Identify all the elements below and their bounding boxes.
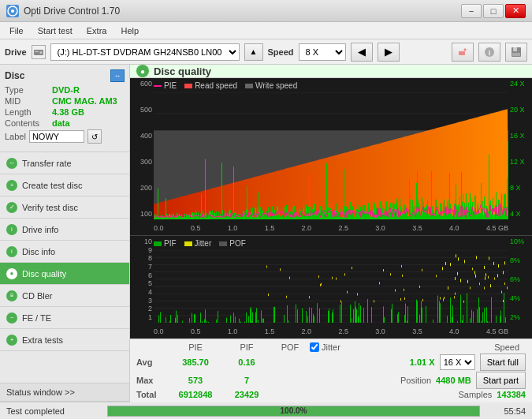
- legend-pif-color: [154, 241, 162, 246]
- chart-top-canvas-wrapper: [154, 92, 508, 219]
- stats-area: PIE PIF POF Jitter Speed Avg 385.70 0.16…: [130, 339, 532, 402]
- sidebar-item-drive-info[interactable]: i Drive info: [0, 219, 129, 241]
- maximize-button[interactable]: □: [483, 4, 504, 18]
- sidebar-item-verify-test-disc[interactable]: ✓ Verify test disc: [0, 196, 129, 219]
- avg-right: 1.01 X 16 X8 X4 X Start full: [410, 354, 526, 371]
- legend-jitter: Jitter: [184, 239, 212, 248]
- total-pie: 6912848: [168, 390, 223, 399]
- disc-length-row: Length 4.38 GB: [5, 107, 125, 117]
- legend-pie: PIE: [154, 81, 177, 90]
- svg-point-1: [11, 9, 14, 13]
- sidebar-item-transfer-rate[interactable]: ↔ Transfer rate: [0, 152, 129, 174]
- sidebar-nav: ↔ Transfer rate + Create test disc ✓ Ver…: [0, 152, 129, 351]
- menu-help[interactable]: Help: [114, 24, 145, 37]
- total-pif: 23429: [223, 390, 270, 399]
- disc-label-input[interactable]: [29, 130, 84, 143]
- disc-contents-row: Contents data: [5, 118, 125, 128]
- disc-quality-title: Disc quality: [154, 65, 211, 77]
- max-right: Position 4480 MB Start part: [400, 372, 526, 389]
- speed-select[interactable]: 8 X 4 X 16 X: [299, 43, 346, 61]
- extra-tests-icon: +: [6, 335, 17, 346]
- menu-extra[interactable]: Extra: [80, 24, 113, 37]
- chart-bottom-y-axis-right: 10% 8% 6% 4% 2%: [508, 236, 532, 323]
- disc-type-label: Type: [5, 85, 52, 95]
- avg-pie: 385.70: [168, 357, 223, 367]
- extra-tests-label: Extra tests: [22, 335, 63, 345]
- max-pif: 7: [223, 376, 270, 385]
- progress-bar: 100.0%: [107, 406, 480, 417]
- title-bar: Opti Drive Control 1.70 − □ ✕: [0, 0, 532, 22]
- info-button[interactable]: i: [478, 43, 500, 62]
- stats-header-row: PIE PIF POF Jitter Speed: [136, 342, 526, 352]
- drive-label: Drive: [5, 47, 27, 57]
- chart-bottom: PIF Jitter POF 10 9 8 7: [130, 236, 532, 339]
- chart-top: PIE Read speed Write speed 600 500 400: [130, 78, 532, 236]
- chart-top-y-axis-right: 24 X 20 X 16 X 12 X 8 X 4 X: [508, 78, 532, 219]
- drive-select[interactable]: (J:) HL-DT-ST DVDRAM GH24NSB0 LN00: [50, 43, 240, 61]
- legend-read-color: [184, 84, 192, 88]
- jitter-label: Jitter: [322, 342, 340, 352]
- svg-rect-10: [513, 47, 517, 51]
- stats-col-speed: Speed: [494, 342, 519, 352]
- disc-info-icon: i: [6, 246, 17, 257]
- eraser-button[interactable]: [452, 43, 474, 62]
- fe-te-icon: ~: [6, 312, 17, 324]
- start-full-button[interactable]: Start full: [480, 354, 526, 371]
- legend-pof-color: [219, 241, 227, 246]
- jitter-checkbox[interactable]: [310, 342, 319, 352]
- create-disc-label: Create test disc: [22, 181, 82, 190]
- window-title: Opti Drive Control 1.70: [24, 6, 120, 17]
- minimize-button[interactable]: −: [461, 4, 482, 18]
- stats-total-row: Total 6912848 23429 Samples 143384: [136, 390, 526, 399]
- verify-disc-icon: ✓: [6, 202, 17, 213]
- sidebar-item-create-test-disc[interactable]: + Create test disc: [0, 174, 129, 196]
- speed-select-stats[interactable]: 16 X8 X4 X: [440, 354, 475, 370]
- max-label: Max: [136, 376, 168, 385]
- menu-start-test[interactable]: Start test: [32, 24, 79, 37]
- disc-arrow-button[interactable]: ↔: [110, 69, 125, 82]
- stats-col-pif: PIF: [223, 342, 270, 352]
- legend-write-color: [245, 84, 253, 88]
- chart-top-legend: PIE Read speed Write speed: [154, 81, 297, 90]
- disc-quality-header: ● Disc quality: [130, 65, 532, 78]
- stats-col-pof: POF: [270, 342, 310, 352]
- stats-avg-row: Avg 385.70 0.16 1.01 X 16 X8 X4 X Start …: [136, 354, 526, 371]
- menu-file[interactable]: File: [3, 24, 30, 37]
- svg-rect-11: [512, 53, 520, 56]
- disc-quality-icon: ●: [136, 65, 149, 77]
- arrow-right-button[interactable]: ▶: [378, 43, 400, 62]
- sidebar-item-disc-quality[interactable]: ● Disc quality: [0, 263, 129, 285]
- total-label: Total: [136, 390, 168, 399]
- label-refresh-button[interactable]: ↺: [87, 129, 102, 144]
- save-button[interactable]: [505, 43, 527, 62]
- transfer-rate-label: Transfer rate: [22, 159, 72, 168]
- chart-bottom-x-axis: 0.0 0.5 1.0 1.5 2.0 2.5 3.0 3.5 4.0 4.5 …: [154, 324, 508, 339]
- drive-info-icon: i: [6, 224, 17, 235]
- chart-bottom-canvas: [154, 250, 508, 323]
- menu-bar: File Start test Extra Help: [0, 22, 532, 39]
- disc-mid-label: MID: [5, 96, 52, 106]
- sidebar-item-fe-te[interactable]: ~ FE / TE: [0, 307, 129, 329]
- disc-panel: Disc ↔ Type DVD-R MID CMC MAG. AM3 Lengt…: [0, 65, 129, 152]
- start-part-button[interactable]: Start part: [476, 372, 526, 389]
- sidebar-item-cd-bler[interactable]: ≡ CD Bler: [0, 285, 129, 307]
- disc-mid-row: MID CMC MAG. AM3: [5, 96, 125, 106]
- status-window-button[interactable]: Status window >>: [0, 383, 129, 402]
- status-text: Test completed: [6, 406, 101, 416]
- verify-disc-label: Verify test disc: [22, 203, 78, 212]
- stats-col-pie: PIE: [168, 342, 223, 352]
- sidebar-item-extra-tests[interactable]: + Extra tests: [0, 329, 129, 351]
- disc-type-value: DVD-R: [52, 85, 80, 95]
- avg-speed: 1.01 X: [410, 357, 435, 367]
- eject-button[interactable]: ▲: [244, 43, 263, 61]
- svg-point-3: [39, 51, 42, 54]
- close-button[interactable]: ✕: [505, 4, 526, 18]
- arrow-left-button[interactable]: ◀: [351, 43, 373, 62]
- chart-top-x-axis: 0.0 0.5 1.0 1.5 2.0 2.5 3.0 3.5 4.0 4.5 …: [154, 221, 508, 235]
- avg-pif: 0.16: [223, 357, 270, 367]
- disc-header: Disc ↔: [5, 69, 125, 82]
- sidebar-item-disc-info[interactable]: i Disc info: [0, 241, 129, 263]
- app-icon: [6, 5, 19, 17]
- legend-pof: POF: [219, 239, 246, 248]
- stats-max-row: Max 573 7 Position 4480 MB Start part: [136, 372, 526, 389]
